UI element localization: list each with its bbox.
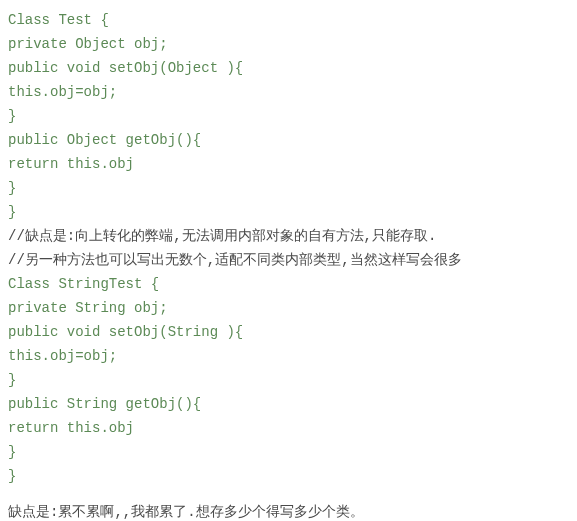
code-line: //另一种方法也可以写出无数个,适配不同类内部类型,当然这样写会很多 [8, 248, 569, 272]
code-line: Class Test { [8, 8, 569, 32]
code-line: //缺点是:向上转化的弊端,无法调用内部对象的自有方法,只能存取. [8, 224, 569, 248]
code-line: } [8, 200, 569, 224]
code-line: public String getObj(){ [8, 392, 569, 416]
code-line: } [8, 464, 569, 488]
code-line: this.obj=obj; [8, 344, 569, 368]
code-line: } [8, 440, 569, 464]
code-line: return this.obj [8, 152, 569, 176]
code-line: Class StringTest { [8, 272, 569, 296]
code-line: private Object obj; [8, 32, 569, 56]
code-line: private String obj; [8, 296, 569, 320]
code-block: Class Test {private Object obj;public vo… [8, 8, 569, 488]
code-line: } [8, 176, 569, 200]
code-line: } [8, 368, 569, 392]
code-line: } [8, 104, 569, 128]
code-line: public void setObj(Object ){ [8, 56, 569, 80]
code-line: public Object getObj(){ [8, 128, 569, 152]
footer-text: 缺点是:累不累啊,,我都累了.想存多少个得写多少个类。 [8, 500, 569, 521]
code-line: this.obj=obj; [8, 80, 569, 104]
code-line: public void setObj(String ){ [8, 320, 569, 344]
code-line: return this.obj [8, 416, 569, 440]
